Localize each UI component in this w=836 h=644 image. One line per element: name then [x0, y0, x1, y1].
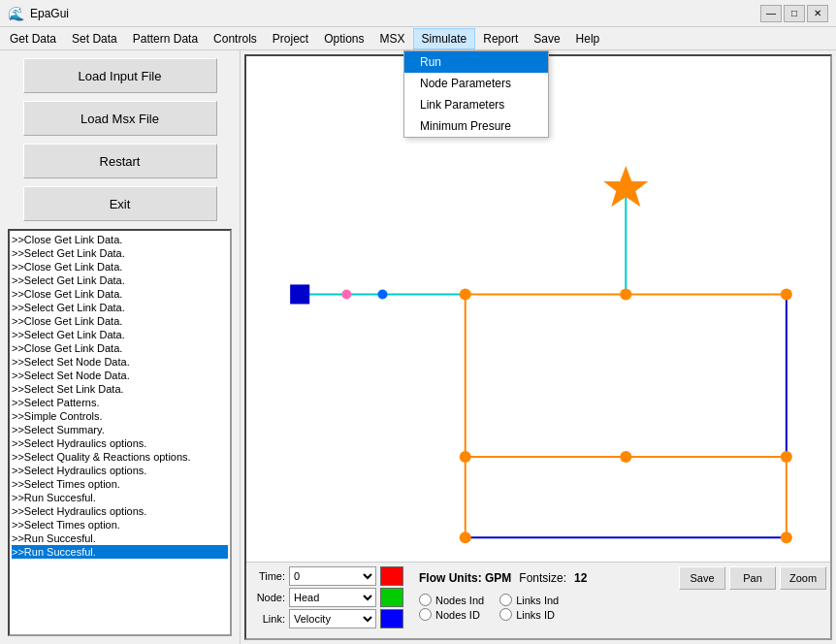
app-icon: 🌊 — [8, 6, 24, 21]
node-pink[interactable] — [341, 289, 351, 299]
log-line: >>Select Set Node Data. — [12, 369, 228, 382]
menu-report[interactable]: Report — [475, 28, 526, 49]
radio-col2: Links Ind Links ID — [499, 594, 559, 621]
app-title: EpaGui — [30, 7, 69, 20]
menu-help[interactable]: Help — [568, 28, 608, 49]
menu-simulate[interactable]: Simulate — [413, 28, 476, 49]
menu-bar: Get Data Set Data Pattern Data Controls … — [0, 27, 836, 50]
log-line: >>Simple Controls. — [12, 409, 228, 423]
time-select[interactable]: 0 — [289, 566, 376, 586]
node-n8[interactable] — [781, 451, 792, 463]
radio-col1: Nodes Ind Nodes ID — [419, 594, 484, 621]
log-line: >>Select Quality & Reactions options. — [12, 450, 228, 464]
log-line: >>Select Get Link Data. — [12, 246, 228, 260]
node-row: Node: Head Pressure Quality — [250, 588, 403, 607]
log-line: >>Close Get Link Data. — [12, 233, 228, 246]
link-row: Link: Velocity Flow Headloss — [250, 609, 403, 628]
node-label: Node: — [250, 592, 285, 603]
simulate-dropdown: Run Node Parameters Link Parameters Mini… — [403, 50, 549, 138]
title-minimize-button[interactable]: — — [760, 5, 782, 22]
log-line: >>Run Succesful. — [12, 531, 228, 545]
node-n7[interactable] — [620, 451, 631, 463]
title-bar: 🌊 EpaGui — □ ✕ — [0, 0, 836, 27]
log-line: >>Select Get Link Data. — [12, 328, 228, 341]
radio-rows: Nodes Ind Nodes ID Links Ind — [419, 594, 826, 621]
node-n6[interactable] — [460, 451, 471, 463]
flow-fontsize-row: Flow Units: GPM Fontsize: 12 Save Pan Zo… — [419, 566, 826, 590]
right-panel: Time: 0 Node: Head Pressure Quality — [244, 54, 832, 640]
log-line: >>Select Times option. — [12, 477, 228, 491]
nodes-id-radio[interactable]: Nodes ID — [419, 608, 484, 621]
log-line: >>Close Get Link Data. — [12, 260, 228, 274]
bottom-controls: Time: 0 Node: Head Pressure Quality — [246, 562, 830, 638]
log-line: >>Select Hydraulics options. — [12, 464, 228, 477]
menu-pattern-data[interactable]: Pattern Data — [125, 28, 206, 49]
save-button[interactable]: Save — [679, 566, 725, 590]
main-layout: Load Input File Load Msx File Restart Ex… — [0, 50, 836, 644]
zoom-button[interactable]: Zoom — [780, 566, 826, 590]
log-line: >>Select Set Node Data. — [12, 355, 228, 369]
left-panel: Load Input File Load Msx File Restart Ex… — [0, 50, 241, 644]
log-line: >>Select Times option. — [12, 518, 228, 531]
node-n4[interactable] — [460, 288, 471, 300]
links-id-radio[interactable]: Links ID — [499, 608, 559, 621]
title-bar-controls: — □ ✕ — [760, 5, 828, 22]
menu-set-data[interactable]: Set Data — [64, 28, 125, 49]
log-line: >>Close Get Link Data. — [12, 341, 228, 355]
link-label: Link: — [250, 613, 285, 625]
link-select[interactable]: Velocity Flow Headloss — [289, 609, 376, 628]
log-line: >>Run Succesful. — [12, 491, 228, 504]
log-panel[interactable]: >>Close Get Link Data.>>Select Get Link … — [8, 229, 232, 636]
param-group: Time: 0 Node: Head Pressure Quality — [250, 566, 403, 630]
fontsize-value: 12 — [574, 571, 587, 585]
dropdown-run[interactable]: Run — [404, 51, 548, 73]
log-line: >>Close Get Link Data. — [12, 287, 228, 301]
fontsize-label: Fontsize: — [519, 571, 566, 585]
log-line: >>Select Hydraulics options. — [12, 436, 228, 450]
node-n10[interactable] — [460, 531, 471, 543]
log-line: >>Select Hydraulics options. — [12, 504, 228, 518]
restart-button[interactable]: Restart — [23, 144, 217, 178]
right-bottom-controls: Flow Units: GPM Fontsize: 12 Save Pan Zo… — [419, 566, 826, 630]
time-row: Time: 0 — [250, 566, 403, 586]
dropdown-node-params[interactable]: Node Parameters — [404, 73, 548, 94]
node-n5[interactable] — [620, 288, 631, 300]
menu-controls[interactable]: Controls — [206, 28, 265, 49]
menu-save[interactable]: Save — [526, 28, 567, 49]
log-line: >>Close Get Link Data. — [12, 314, 228, 328]
time-label: Time: — [250, 570, 285, 582]
log-line: >>Select Get Link Data. — [12, 301, 228, 314]
node-blue-small[interactable] — [377, 289, 387, 299]
menu-msx[interactable]: MSX — [372, 28, 413, 49]
dropdown-link-params[interactable]: Link Parameters — [404, 94, 548, 115]
nodes-ind-radio[interactable]: Nodes Ind — [419, 594, 484, 606]
controls-row1: Time: 0 Node: Head Pressure Quality — [250, 566, 826, 630]
title-close-button[interactable]: ✕ — [807, 5, 828, 22]
log-line: >>Run Succesful. — [12, 545, 228, 559]
log-line: >>Select Set Link Data. — [12, 382, 228, 396]
load-msx-button[interactable]: Load Msx File — [23, 101, 217, 136]
title-maximize-button[interactable]: □ — [784, 5, 805, 22]
menu-project[interactable]: Project — [265, 28, 316, 49]
node-square[interactable] — [290, 284, 309, 304]
load-input-button[interactable]: Load Input File — [23, 58, 217, 93]
exit-button[interactable]: Exit — [23, 186, 217, 221]
time-color-box — [380, 566, 403, 586]
node-select[interactable]: Head Pressure Quality — [289, 588, 376, 607]
node-n11[interactable] — [781, 531, 792, 543]
log-line: >>Select Get Link Data. — [12, 274, 228, 287]
log-line: >>Select Patterns. — [12, 396, 228, 409]
node-n9[interactable] — [781, 288, 792, 300]
log-line: >>Select Summary. — [12, 423, 228, 436]
link-color-box — [380, 609, 403, 628]
menu-options[interactable]: Options — [316, 28, 371, 49]
menu-get-data[interactable]: Get Data — [2, 28, 64, 49]
flow-units-label: Flow Units: GPM — [419, 571, 511, 585]
dropdown-min-pressure[interactable]: Minimum Presure — [404, 115, 548, 137]
links-ind-radio[interactable]: Links Ind — [499, 594, 559, 606]
node-color-box — [380, 588, 403, 607]
pan-button[interactable]: Pan — [729, 566, 776, 590]
